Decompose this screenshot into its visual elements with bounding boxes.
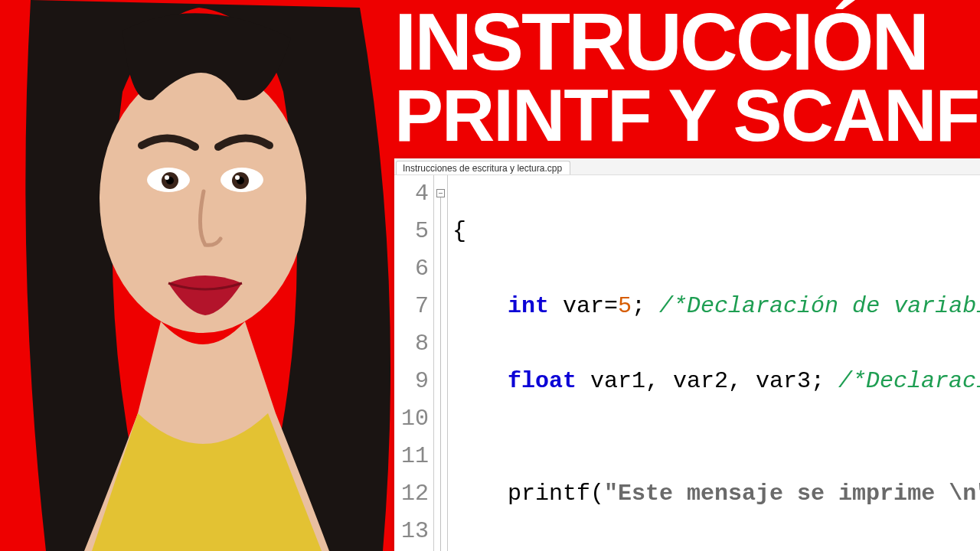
code-line: { [452, 213, 980, 250]
editor-tab[interactable]: Instrucciones de escritura y lectura.cpp [396, 161, 570, 174]
line-number: 11 [394, 438, 429, 475]
title-banner: INSTRUCCIÓN PRINTF Y SCANF [394, 0, 980, 158]
code-line: int var=5; /*Declaración de variable t [452, 288, 980, 325]
code-editor: Instrucciones de escritura y lectura.cpp… [394, 158, 980, 551]
line-number: 4 [394, 175, 429, 213]
line-number: 7 [394, 288, 429, 325]
svg-point-8 [235, 175, 240, 180]
line-number: 9 [394, 363, 429, 400]
fold-toggle-icon[interactable] [436, 189, 445, 197]
editor-tab-bar: Instrucciones de escritura y lectura.cpp [394, 158, 980, 175]
line-number: 13 [394, 513, 429, 550]
title-line-2: PRINTF Y SCANF [394, 80, 980, 150]
title-line-1: INSTRUCCIÓN [394, 4, 980, 80]
presenter-photo [0, 0, 398, 551]
line-number: 5 [394, 213, 429, 250]
fold-column [434, 175, 448, 551]
fold-guide-line [440, 197, 441, 551]
code-line: printf("Este mensaje se imprime \n"); [452, 475, 980, 513]
line-number: 12 [394, 475, 429, 513]
code-content[interactable]: { int var=5; /*Declaración de variable t… [448, 175, 980, 551]
svg-point-7 [165, 175, 169, 180]
code-line: float var1, var2, var3; /*Declaración [452, 363, 980, 400]
line-number: 6 [394, 250, 429, 288]
line-number-gutter: 4 5 6 7 8 9 10 11 12 13 [394, 175, 434, 551]
line-number: 10 [394, 400, 429, 438]
line-number: 8 [394, 325, 429, 363]
